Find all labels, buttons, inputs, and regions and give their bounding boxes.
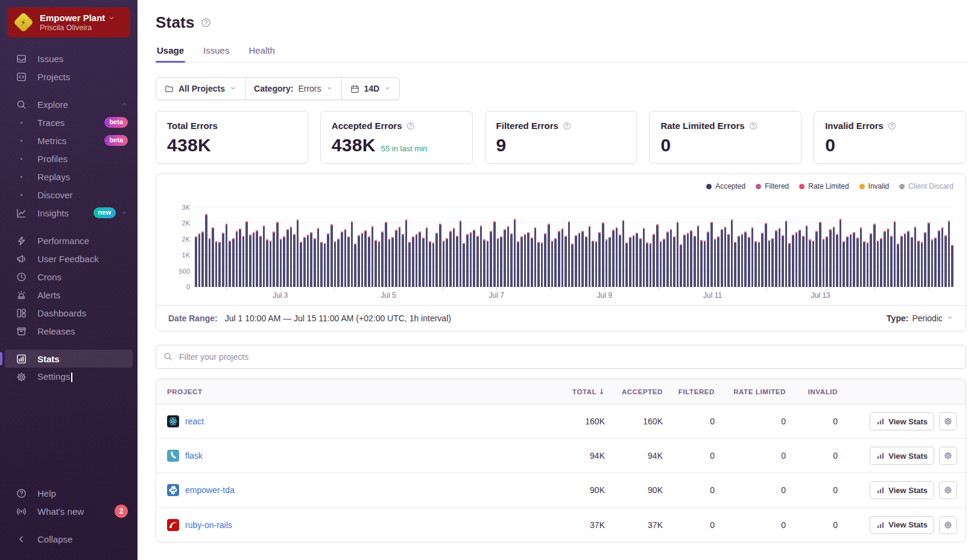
sidebar-item-what-s-new[interactable]: What's new2 bbox=[0, 502, 138, 520]
tab-health[interactable]: Health bbox=[247, 45, 276, 62]
sidebar-item-traces[interactable]: Tracesbeta bbox=[0, 113, 138, 131]
tab-issues[interactable]: Issues bbox=[202, 45, 230, 62]
column-header-invalid[interactable]: INVALID bbox=[786, 388, 838, 395]
help-icon[interactable] bbox=[406, 122, 415, 130]
type-value: Periodic bbox=[912, 313, 943, 323]
sidebar-item-stats[interactable]: Stats bbox=[5, 350, 133, 368]
chart-bar bbox=[785, 221, 788, 287]
sidebar-item-insights[interactable]: Insightsnew bbox=[0, 204, 138, 222]
bar-accepted-segment bbox=[245, 222, 248, 287]
sidebar-item-discover[interactable]: Discover bbox=[0, 186, 138, 204]
chart-bar bbox=[578, 233, 581, 287]
bar-accepted-segment bbox=[836, 235, 838, 287]
bar-accepted-segment bbox=[480, 227, 482, 287]
chart-bar bbox=[480, 225, 482, 287]
python-platform-icon bbox=[167, 484, 179, 496]
view-stats-button[interactable]: View Stats bbox=[870, 447, 934, 465]
view-stats-button[interactable]: View Stats bbox=[870, 516, 934, 534]
legend-item-filtered[interactable]: Filtered bbox=[756, 182, 789, 190]
chart-bar bbox=[609, 237, 611, 287]
column-header-filtered[interactable]: FILTERED bbox=[663, 388, 715, 395]
help-icon[interactable] bbox=[749, 122, 757, 130]
bar-accepted-segment bbox=[589, 227, 591, 287]
sidebar-item-performance[interactable]: Performance bbox=[0, 231, 138, 250]
chart-type-dropdown[interactable]: Type: Periodic bbox=[887, 313, 953, 323]
chart-bar bbox=[897, 244, 899, 287]
bar-accepted-segment bbox=[429, 242, 431, 287]
help-icon[interactable] bbox=[563, 122, 571, 130]
bar-accepted-segment bbox=[792, 236, 794, 287]
sidebar-item-projects[interactable]: Projects bbox=[0, 68, 138, 86]
sidebar-item-user-feedback[interactable]: User Feedback bbox=[0, 250, 138, 268]
sidebar-item-explore[interactable]: Explore bbox=[0, 95, 138, 113]
cell-total: 90K bbox=[547, 485, 605, 495]
legend-item-rate-limited[interactable]: Rate Limited bbox=[799, 182, 849, 190]
column-header-accepted[interactable]: ACCEPTED bbox=[605, 388, 663, 395]
sidebar-item-replays[interactable]: Replays bbox=[0, 168, 138, 186]
project-link[interactable]: react bbox=[185, 417, 204, 426]
bar-accepted-segment bbox=[612, 231, 615, 287]
column-header-total[interactable]: TOTAL↓ bbox=[547, 388, 605, 396]
sidebar-item-profiles[interactable]: Profiles bbox=[0, 149, 138, 168]
chart-bar bbox=[673, 236, 675, 287]
column-header-rate-limited[interactable]: RATE LIMITED bbox=[715, 388, 786, 395]
sidebar-item-issues[interactable]: Issues bbox=[0, 49, 138, 68]
project-settings-button[interactable] bbox=[939, 412, 957, 430]
cell-rate_limited: 0 bbox=[715, 520, 786, 530]
bar-accepted-segment bbox=[850, 235, 852, 287]
project-settings-button[interactable] bbox=[939, 516, 957, 534]
sidebar-item-crons[interactable]: Crons bbox=[0, 268, 138, 286]
legend-item-client-discard[interactable]: Client Discard bbox=[899, 182, 953, 190]
chart-bar bbox=[531, 238, 533, 287]
sidebar-item-settings[interactable]: Settings bbox=[0, 368, 138, 386]
sidebar-item-help[interactable]: Help bbox=[0, 484, 138, 502]
project-link[interactable]: empower-tda bbox=[185, 485, 235, 495]
category-filter-dropdown[interactable]: Category: Errors bbox=[245, 78, 341, 99]
chart-bar bbox=[687, 233, 689, 287]
sidebar-item-metrics[interactable]: Metricsbeta bbox=[0, 131, 138, 149]
project-search-input[interactable] bbox=[156, 345, 966, 369]
project-link[interactable]: ruby-on-rails bbox=[185, 520, 232, 530]
bar-accepted-segment bbox=[283, 238, 285, 287]
tab-usage[interactable]: Usage bbox=[156, 45, 185, 62]
view-stats-button[interactable]: View Stats bbox=[870, 481, 934, 499]
bar-accepted-segment bbox=[894, 222, 896, 287]
sidebar-item-releases[interactable]: Releases bbox=[0, 322, 138, 340]
chart-bar bbox=[558, 231, 560, 287]
chart-bar bbox=[931, 239, 934, 287]
chart-bar bbox=[612, 230, 615, 287]
stat-card-value: 0 bbox=[660, 135, 671, 156]
column-header-project[interactable]: PROJECT bbox=[156, 388, 547, 395]
project-filter-dropdown[interactable]: All Projects bbox=[156, 78, 245, 99]
page-help-icon[interactable] bbox=[201, 17, 211, 28]
bar-accepted-segment bbox=[839, 220, 842, 287]
project-settings-button[interactable] bbox=[939, 447, 957, 465]
chart-bar bbox=[921, 242, 923, 287]
sidebar-item-collapse[interactable]: Collapse bbox=[0, 530, 138, 548]
project-settings-button[interactable] bbox=[939, 481, 957, 499]
settings-icon bbox=[16, 371, 27, 382]
bar-accepted-segment bbox=[473, 231, 475, 287]
cell-invalid: 0 bbox=[786, 417, 838, 426]
stat-card-value-row: 9 bbox=[496, 135, 626, 156]
org-switcher[interactable]: ⚡ Empower Plant Priscila Oliveira bbox=[7, 7, 130, 37]
chart-bar bbox=[605, 239, 608, 287]
legend-item-invalid[interactable]: Invalid bbox=[859, 182, 890, 190]
date-range-dropdown[interactable]: 14D bbox=[341, 78, 400, 99]
sidebar-item-dashboards[interactable]: Dashboards bbox=[0, 304, 138, 322]
stat-card-accepted-errors: Accepted Errors438K55 in last min bbox=[320, 111, 473, 164]
help-icon[interactable] bbox=[888, 122, 896, 130]
chart-bar bbox=[354, 244, 356, 287]
chart-bar bbox=[453, 228, 455, 287]
bar-accepted-segment bbox=[222, 234, 224, 287]
bar-accepted-segment bbox=[297, 221, 299, 287]
legend-item-accepted[interactable]: Accepted bbox=[706, 182, 745, 190]
stat-card-title: Total Errors bbox=[167, 121, 297, 131]
x-axis-label: Jul 3 bbox=[273, 291, 288, 300]
project-link[interactable]: flask bbox=[185, 451, 203, 461]
view-stats-button[interactable]: View Stats bbox=[870, 412, 934, 430]
bar-accepted-segment bbox=[527, 233, 530, 287]
sidebar-item-alerts[interactable]: Alerts bbox=[0, 286, 138, 304]
chart-bar bbox=[460, 221, 462, 287]
bar-accepted-segment bbox=[616, 228, 618, 287]
